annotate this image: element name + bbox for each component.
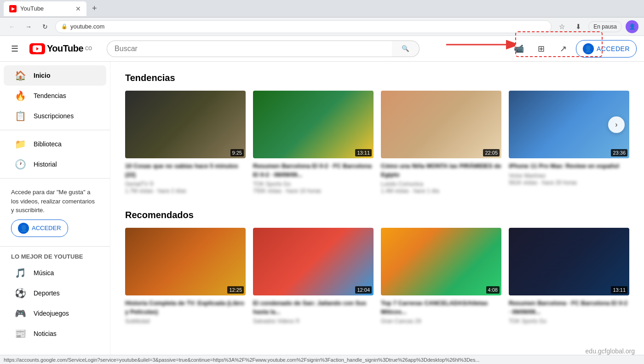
trending-title-1: 10 Cosas que no sabías hace 5 minutos (2…	[125, 162, 246, 179]
trending-title: Tendencias	[125, 73, 629, 83]
sidebar-label-inicio: Inicio	[34, 72, 51, 79]
trending-video-4[interactable]: 23:36 › iPhone 11 Pro Max: Review en esp…	[509, 91, 629, 195]
youtube-logo-icon	[29, 43, 45, 54]
trending-thumbnail-1: 9:25	[125, 91, 246, 158]
trending-duration-2: 13:11	[355, 149, 372, 156]
recommended-title-2: El condenado de San: Jailando con Sus ha…	[253, 299, 374, 316]
trending-video-3[interactable]: 22:05 Cómo una Niña MONTA las PIRÁMIDES …	[381, 91, 501, 195]
sidebar-item-suscripciones[interactable]: 📋 Suscripciones	[4, 106, 106, 126]
recommended-video-2[interactable]: 12:04 El condenado de San: Jailando con …	[253, 228, 374, 325]
trending-thumbnail-4: 23:36 ›	[509, 91, 629, 158]
youtube-logo[interactable]: YouTube CO	[29, 43, 92, 54]
browser-controls: ← → ↻ 🔒 youtube.com ☆ ⬇ En pausa 👤	[0, 17, 644, 36]
recommended-channel-1: Subtitulad	[125, 318, 246, 325]
browser-actions: ☆ ⬇ En pausa 👤	[555, 20, 638, 33]
sidebar-label-deportes: Deportes	[34, 289, 60, 297]
apps-icon: ⊞	[538, 44, 545, 54]
active-tab[interactable]: ▶ YouTube ✕	[4, 1, 86, 16]
recommended-info-4: Resumen Barcelona · FC Barcelona El 0-2 …	[509, 299, 629, 325]
recommended-title-1: Historia Completa de TV: Explicada (Libr…	[125, 299, 246, 316]
sidebar-label-noticias: Noticias	[34, 330, 57, 337]
trending-video-1[interactable]: 9:25 10 Cosas que no sabías hace 5 minut…	[125, 91, 246, 195]
search-container: 🔍	[107, 40, 420, 57]
share-icon: ↗	[560, 44, 567, 54]
apps-button[interactable]: ⊞	[532, 40, 550, 58]
sidebar-label-videojuegos: Videojuegos	[34, 310, 69, 317]
trending-title-3: Cómo una Niña MONTA las PIRÁMIDES de Egi…	[381, 162, 501, 179]
search-input[interactable]	[107, 40, 392, 57]
new-tab-button[interactable]: +	[89, 4, 100, 13]
recommended-info-3: Top 7 Carreras CANCELADAS/Atletas Mítico…	[381, 299, 501, 325]
extension-button[interactable]: ⬇	[572, 20, 585, 33]
sign-in-account-icon: 👤	[583, 43, 594, 54]
sidebar-item-inicio[interactable]: 🏠 Inicio	[4, 65, 106, 86]
bookmark-button[interactable]: ☆	[555, 20, 568, 33]
gaming-icon: 🎮	[15, 308, 26, 319]
trending-info-4: iPhone 11 Pro Max: Review en español Vic…	[509, 162, 629, 186]
recommended-info-1: Historia Completa de TV: Explicada (Libr…	[125, 299, 246, 325]
sidebar-label-musica: Música	[34, 269, 54, 277]
recommended-title-3: Top 7 Carreras CANCELADAS/Atletas Mítico…	[381, 299, 501, 316]
recommended-video-4[interactable]: 13:11 Resumen Barcelona · FC Barcelona E…	[509, 228, 629, 325]
trending-info-1: 10 Cosas que no sabías hace 5 minutos (2…	[125, 162, 246, 195]
trending-video-grid: 9:25 10 Cosas que no sabías hace 5 minut…	[125, 91, 629, 195]
trending-title-2: Resumen Barcelona El 0-2 · FC Barcelona …	[253, 162, 374, 179]
library-icon: 📁	[15, 139, 26, 150]
pause-button[interactable]: En pausa	[588, 21, 622, 32]
main-content: Tendencias 9:25 10 Cosas que no sabías h…	[110, 62, 644, 364]
sports-icon: ⚽	[15, 288, 26, 299]
recommended-duration-2: 12:04	[355, 286, 372, 294]
recommended-duration-4: 13:11	[611, 286, 627, 294]
sidebar: 🏠 Inicio 🔥 Tendencias 📋 Suscripciones 📁 …	[0, 62, 110, 364]
recommended-title: Recomendados	[125, 210, 629, 220]
recommended-channel-3: Gran Cancas 29	[381, 318, 501, 325]
search-button[interactable]: 🔍	[392, 40, 420, 57]
search-icon: 🔍	[402, 45, 409, 52]
trending-meta-4: 561K vistas · hace 20 horas	[509, 179, 629, 187]
hamburger-menu-button[interactable]: ☰	[7, 40, 22, 58]
reload-button[interactable]: ↻	[39, 20, 52, 33]
recommended-video-3[interactable]: 4:08 Top 7 Carreras CANCELADAS/Atletas M…	[381, 228, 501, 325]
sidebar-label-tendencias: Tendencias	[34, 92, 66, 99]
recommended-section: Recomendados 12:25 Historia Completa de …	[125, 210, 629, 325]
sidebar-item-tendencias[interactable]: 🔥 Tendencias	[4, 86, 106, 106]
recommended-title-4: Resumen Barcelona · FC Barcelona El 0-2 …	[509, 299, 629, 316]
share-button[interactable]: ↗	[554, 40, 572, 58]
youtube-header: ☰ YouTube CO 🔍 📹 ⊞	[0, 36, 644, 62]
sidebar-label-historial: Historial	[34, 161, 57, 168]
sidebar-item-historial[interactable]: 🕐 Historial	[4, 154, 106, 174]
youtube-logo-country: CO	[85, 46, 92, 51]
scroll-right-button[interactable]: ›	[608, 116, 625, 133]
back-button[interactable]: ←	[6, 20, 18, 33]
trending-duration-4: 23:36	[611, 149, 627, 156]
tab-close-button[interactable]: ✕	[75, 5, 81, 12]
sidebar-sign-in-button[interactable]: 👤 ACCEDER	[11, 220, 68, 237]
sidebar-item-deportes[interactable]: ⚽ Deportes	[4, 283, 106, 303]
create-video-button[interactable]: 📹	[510, 40, 528, 58]
news-icon: 📰	[15, 328, 26, 339]
sidebar-item-biblioteca[interactable]: 📁 Biblioteca	[4, 134, 106, 154]
forward-button[interactable]: →	[22, 20, 35, 33]
address-text: youtube.com	[70, 23, 104, 30]
header-actions: 📹 ⊞ ↗ 👤 ACCEDER	[510, 40, 637, 58]
subscriptions-icon: 📋	[15, 110, 26, 121]
profile-avatar[interactable]: 👤	[626, 20, 638, 33]
trending-video-2[interactable]: 13:11 Resumen Barcelona El 0-2 · FC Barc…	[253, 91, 374, 195]
status-bar: https://accounts.google.com/ServiceLogin…	[0, 355, 644, 364]
sidebar-item-musica[interactable]: 🎵 Música	[4, 263, 106, 283]
trending-meta-3: 1.4M vistas · hace 1 día	[381, 188, 501, 195]
music-icon: 🎵	[15, 267, 26, 278]
sidebar-item-noticias[interactable]: 📰 Noticias	[4, 324, 106, 344]
header-sign-in-button[interactable]: 👤 ACCEDER	[576, 40, 637, 58]
recommended-video-grid: 12:25 Historia Completa de TV: Explicada…	[125, 228, 629, 325]
recommended-video-1[interactable]: 12:25 Historia Completa de TV: Explicada…	[125, 228, 246, 325]
sidebar-divider-3	[0, 246, 110, 247]
address-bar[interactable]: 🔒 youtube.com	[55, 20, 552, 33]
sidebar-label-suscripciones: Suscripciones	[34, 112, 74, 120]
camera-icon: 📹	[514, 44, 524, 54]
sidebar-label-biblioteca: Biblioteca	[34, 140, 62, 148]
hamburger-icon: ☰	[11, 44, 18, 53]
trending-icon: 🔥	[15, 90, 26, 101]
sidebar-item-videojuegos[interactable]: 🎮 Videojuegos	[4, 303, 106, 324]
recommended-thumbnail-4: 13:11	[509, 228, 629, 295]
